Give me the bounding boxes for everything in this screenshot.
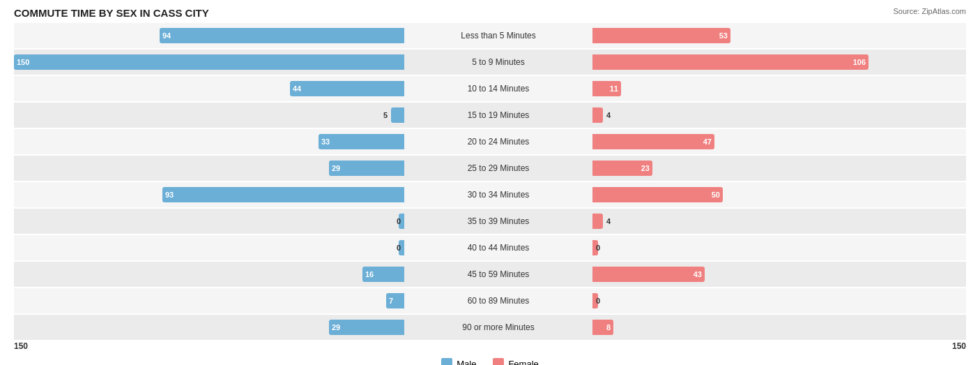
female-value-outside: 0	[596, 244, 600, 252]
row-label: 30 to 34 Minutes	[425, 190, 572, 200]
male-bar: 93	[162, 187, 404, 202]
female-bar	[592, 107, 603, 123]
row-label: 90 or more Minutes	[425, 322, 572, 332]
row-label: 5 to 9 Minutes	[425, 57, 572, 67]
male-bar: 16	[362, 267, 404, 282]
male-value-inside: 44	[293, 84, 301, 93]
legend-female: Female	[493, 358, 538, 365]
female-bar: 11	[592, 81, 621, 96]
female-value-inside: 50	[712, 191, 720, 199]
row-label: 15 to 19 Minutes	[425, 110, 572, 120]
female-value-inside: 11	[610, 84, 618, 93]
female-value-outside: 4	[606, 111, 611, 119]
male-value-inside: 150	[17, 58, 29, 66]
female-value-inside: 47	[703, 137, 712, 146]
male-value-inside: 93	[165, 191, 174, 199]
axis-left: 150	[14, 341, 28, 351]
male-value-inside: 7	[389, 297, 393, 305]
row-label: 10 to 14 Minutes	[425, 84, 572, 94]
male-value-inside: 16	[365, 270, 374, 278]
chart-row: 0 35 to 39 Minutes 4	[14, 209, 966, 234]
male-value-outside: 5	[383, 111, 388, 119]
row-label: 35 to 39 Minutes	[425, 216, 572, 226]
row-label: 45 to 59 Minutes	[425, 269, 572, 279]
male-bar: 29	[329, 320, 404, 335]
female-bar: 8	[592, 320, 613, 335]
row-label: 20 to 24 Minutes	[425, 137, 572, 147]
female-value-inside: 43	[694, 270, 702, 278]
row-label: 25 to 29 Minutes	[425, 163, 572, 173]
male-value-inside: 29	[332, 164, 340, 172]
row-label: 60 to 89 Minutes	[425, 296, 572, 306]
chart-row: 150 5 to 9 Minutes 106	[14, 50, 966, 75]
female-value-inside: 23	[641, 164, 650, 172]
female-bar	[592, 214, 603, 229]
female-value-inside: 53	[719, 31, 728, 40]
chart-container: COMMUTE TIME BY SEX IN CASS CITY Source:…	[14, 7, 966, 365]
chart-row: 93 30 to 34 Minutes 50	[14, 182, 966, 207]
legend-male-box	[441, 358, 452, 365]
chart-row: 29 25 to 29 Minutes 23	[14, 156, 966, 181]
chart-row: 29 90 or more Minutes 8	[14, 315, 966, 340]
male-bar: 150	[14, 54, 404, 70]
male-bar: 44	[290, 81, 404, 96]
female-value-inside: 8	[606, 323, 611, 332]
male-bar: 7	[386, 293, 404, 308]
legend-male-label: Male	[457, 359, 476, 366]
axis-right: 150	[952, 341, 966, 351]
female-bar: 43	[592, 267, 705, 282]
male-value-outside: 0	[397, 217, 401, 225]
row-label: 40 to 44 Minutes	[425, 243, 572, 253]
male-value-inside: 94	[162, 31, 171, 40]
legend: Male Female	[14, 358, 966, 365]
row-label: Less than 5 Minutes	[425, 31, 572, 40]
male-bar	[391, 107, 404, 123]
chart-row: 33 20 to 24 Minutes 47	[14, 129, 966, 154]
female-value-outside: 4	[606, 217, 611, 225]
chart-row: 16 45 to 59 Minutes 43	[14, 262, 966, 287]
chart-row: 94 Less than 5 Minutes 53	[14, 23, 966, 48]
chart-title: COMMUTE TIME BY SEX IN CASS CITY	[14, 7, 209, 19]
source-label: Source: ZipAtlas.com	[893, 7, 966, 15]
female-bar: 53	[592, 28, 730, 43]
male-value-inside: 33	[321, 137, 330, 146]
male-bar: 29	[329, 161, 404, 176]
female-bar: 50	[592, 187, 723, 202]
female-value-outside: 0	[596, 297, 600, 305]
chart-row: 5 15 to 19 Minutes 4	[14, 103, 966, 128]
male-bar: 33	[319, 134, 404, 149]
legend-male: Male	[441, 358, 476, 365]
male-bar: 94	[160, 28, 404, 43]
female-bar: 47	[592, 134, 714, 149]
legend-female-label: Female	[508, 359, 538, 366]
female-bar: 106	[592, 54, 868, 70]
male-value-inside: 29	[332, 323, 340, 332]
female-bar: 23	[592, 161, 652, 176]
female-value-inside: 106	[853, 58, 866, 66]
chart-row: 0 40 to 44 Minutes 0	[14, 235, 966, 260]
male-value-outside: 0	[397, 244, 401, 252]
chart-row: 44 10 to 14 Minutes 11	[14, 76, 966, 101]
chart-row: 7 60 to 89 Minutes 0	[14, 288, 966, 313]
legend-female-box	[493, 358, 504, 365]
chart-area: 94 Less than 5 Minutes 53 150 5 to 9 Min…	[14, 23, 966, 340]
